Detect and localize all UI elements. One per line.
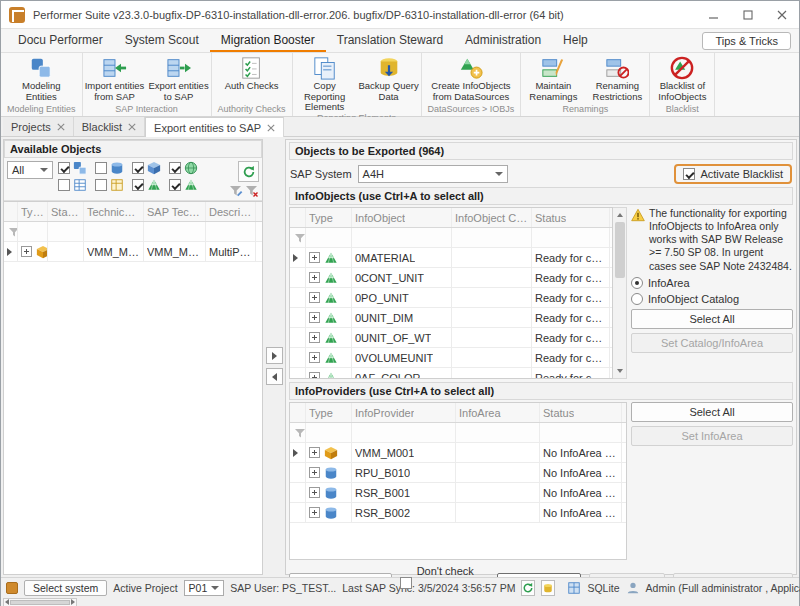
expand-icon[interactable] <box>309 352 320 363</box>
close-icon[interactable] <box>267 124 275 132</box>
table-row[interactable]: 0AF_COLORReady for check <box>290 368 612 379</box>
select-system-button[interactable]: Select system <box>24 580 107 596</box>
table-cell[interactable]: Status <box>48 202 84 221</box>
infoarea-radio[interactable]: InfoArea <box>631 277 793 289</box>
table-cell[interactable]: Status <box>540 403 622 422</box>
ribbon-button-backup-query-data[interactable]: Backup Query Data <box>357 55 421 113</box>
table-cell[interactable] <box>540 423 622 442</box>
ribbon-button-import-entities-from-sap[interactable]: Import entities from SAP <box>83 55 147 104</box>
table-row[interactable]: RSR_B001No InfoArea set <box>290 483 626 503</box>
ribbon-tab-migration-booster[interactable]: Migration Booster <box>210 29 326 52</box>
table-cell[interactable] <box>48 222 84 241</box>
ribbon-button-blacklist-of-infoobjects[interactable]: Blacklist of InfoObjects <box>650 55 714 104</box>
set-infoarea-button[interactable]: Set InfoArea <box>631 426 793 446</box>
table-row[interactable]: VMM_M001VMM_M001MultiProvide... <box>4 242 262 262</box>
table-cell[interactable] <box>18 222 48 241</box>
infoobjects-scrollbar[interactable] <box>613 207 627 379</box>
filter-checkbox[interactable] <box>58 179 70 191</box>
table-cell[interactable]: Type <box>18 202 48 221</box>
close-icon[interactable] <box>128 123 136 131</box>
table-cell[interactable] <box>352 423 456 442</box>
table-row[interactable]: 0UNIT_OF_WTReady for check <box>290 328 612 348</box>
ribbon-button-export-entities-to-sap[interactable]: Export entities to SAP <box>147 55 211 104</box>
filter-checkbox[interactable] <box>132 162 144 174</box>
table-cell[interactable]: InfoObject <box>352 208 452 227</box>
table-cell[interactable]: Type <box>306 403 352 422</box>
scroll-left-icon[interactable] <box>5 599 9 605</box>
expand-icon[interactable] <box>309 487 320 498</box>
table-cell[interactable] <box>352 228 452 247</box>
doc-tab-blacklist[interactable]: Blacklist <box>74 117 145 136</box>
ribbon-button-renaming-restrictions[interactable]: Renaming Restrictions <box>585 55 649 104</box>
table-cell[interactable] <box>532 228 610 247</box>
scroll-down-icon[interactable] <box>617 369 623 373</box>
expand-icon[interactable] <box>309 372 320 379</box>
tips-and-tricks-button[interactable]: Tips & Tricks <box>702 32 791 50</box>
sap-refresh-button[interactable] <box>521 580 535 596</box>
filter-checkbox[interactable] <box>169 179 181 191</box>
funnel-icon[interactable] <box>293 426 306 440</box>
sap-system-dropdown[interactable]: A4H <box>358 165 508 183</box>
table-cell[interactable]: InfoProvider <box>352 403 456 422</box>
ribbon-button-maintain-renamings[interactable]: Maintain Renamings <box>521 55 585 104</box>
expand-icon[interactable] <box>21 246 32 257</box>
doc-tab-projects[interactable]: Projects <box>3 117 74 136</box>
filter-checkbox[interactable] <box>169 162 181 174</box>
ribbon-button-create-infoobjects-from-datasources[interactable]: Create InfoObjects from DataSources <box>425 55 517 104</box>
expand-icon[interactable] <box>309 467 320 478</box>
ribbon-tab-help[interactable]: Help <box>552 29 599 52</box>
minimize-button[interactable] <box>697 1 731 28</box>
expand-icon[interactable] <box>309 332 320 343</box>
table-row[interactable]: 0UNIT_DIMReady for check <box>290 308 612 328</box>
ribbon-button-modeling-entities[interactable]: Modeling Entities <box>9 55 73 104</box>
table-row[interactable]: RSR_B002No InfoArea set <box>290 503 626 523</box>
table-cell[interactable] <box>144 222 206 241</box>
table-cell[interactable]: SAP Technical ... <box>144 202 206 221</box>
funnel-icon[interactable] <box>293 231 306 245</box>
funnel-icon[interactable] <box>7 225 18 239</box>
expand-icon[interactable] <box>309 292 320 303</box>
table-cell[interactable] <box>306 423 352 442</box>
ribbon-tab-administration[interactable]: Administration <box>454 29 552 52</box>
infoobject-catalog-radio[interactable]: InfoObject Catalog <box>631 293 793 305</box>
table-row[interactable]: VMM_M001No InfoArea set <box>290 443 626 463</box>
table-cell[interactable]: Technical N... <box>84 202 144 221</box>
clear-filter-icon[interactable] <box>245 184 259 198</box>
expand-icon[interactable] <box>309 272 320 283</box>
doc-tab-export-entities-to-sap[interactable]: Export entities to SAP <box>145 117 284 137</box>
close-button[interactable] <box>765 1 799 28</box>
table-cell[interactable] <box>84 222 144 241</box>
close-icon[interactable] <box>57 123 65 131</box>
ribbon-tab-system-scout[interactable]: System Scout <box>114 29 210 52</box>
type-filter-dropdown[interactable]: All <box>7 161 53 179</box>
table-cell[interactable]: InfoObject Ca... <box>452 208 532 227</box>
expand-icon[interactable] <box>309 312 320 323</box>
table-row[interactable]: 0VOLUMEUNITReady for check <box>290 348 612 368</box>
table-cell[interactable] <box>456 423 540 442</box>
filter-checkbox[interactable] <box>132 179 144 191</box>
infoobjects-select-all-button[interactable]: Select All <box>631 309 793 329</box>
table-cell[interactable] <box>306 228 352 247</box>
table-cell[interactable] <box>452 228 532 247</box>
horizontal-scrollbar[interactable] <box>3 598 77 606</box>
table-row[interactable]: 0PO_UNITReady for check <box>290 288 612 308</box>
dont-check-checkbox[interactable] <box>400 577 412 589</box>
scrollbar-thumb[interactable] <box>615 222 625 278</box>
move-left-button[interactable] <box>266 368 283 385</box>
ribbon-button-auth-checks[interactable]: Auth Checks <box>220 55 284 104</box>
ribbon-tab-docu-performer[interactable]: Docu Performer <box>7 29 114 52</box>
filter-checkbox[interactable] <box>95 162 107 174</box>
ribbon-button-copy-reporting-elements[interactable]: Copy Reporting Elements <box>293 55 357 113</box>
table-cell[interactable]: Description ... <box>206 202 256 221</box>
table-row[interactable]: 0MATERIALReady for check <box>290 248 612 268</box>
filter-checkbox[interactable] <box>95 179 107 191</box>
table-cell[interactable]: InfoArea <box>456 403 540 422</box>
activate-blacklist-checkbox[interactable] <box>683 168 695 180</box>
expand-icon[interactable] <box>309 252 320 263</box>
infoproviders-select-all-button[interactable]: Select All <box>631 402 793 422</box>
expand-icon[interactable] <box>309 507 320 518</box>
table-row[interactable]: RPU_B010No InfoArea set <box>290 463 626 483</box>
scroll-right-icon[interactable] <box>71 599 75 605</box>
table-row[interactable]: 0CONT_UNITReady for check <box>290 268 612 288</box>
table-cell[interactable]: Status <box>532 208 610 227</box>
